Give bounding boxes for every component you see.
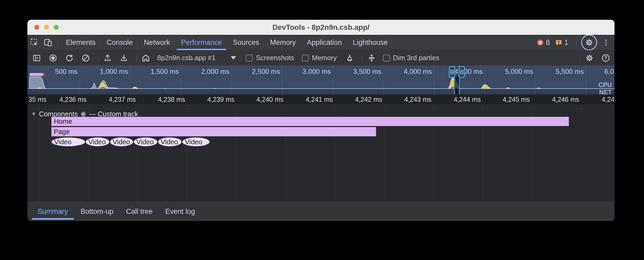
divider bbox=[576, 38, 576, 46]
memory-label: Memory bbox=[312, 54, 337, 62]
selection-handle-right[interactable] bbox=[459, 66, 465, 78]
flame-bar-video[interactable]: Video bbox=[86, 137, 109, 146]
device-toolbar-icon bbox=[44, 38, 52, 47]
clear-recording-button[interactable] bbox=[79, 51, 92, 65]
download-icon bbox=[120, 54, 128, 62]
overview-time-label: 6,0 bbox=[553, 68, 614, 76]
details-tab-bar: SummaryBottom-upCall treeEvent log bbox=[27, 202, 614, 221]
handle-grip bbox=[462, 70, 462, 74]
collapse-icon bbox=[367, 54, 376, 62]
dim-3rd-parties-checkbox[interactable] bbox=[383, 55, 390, 61]
issues-badge[interactable]: 1 bbox=[555, 38, 568, 47]
timeline-overview[interactable]: CPU NET 500 ms1,000 ms1,500 ms2,000 ms2,… bbox=[27, 65, 614, 94]
divider bbox=[136, 54, 137, 62]
timeline-ruler: 35 ms4,236 ms4,237 ms4,238 ms4,239 ms4,2… bbox=[27, 94, 614, 104]
download-profile-button[interactable] bbox=[117, 51, 131, 65]
devtools-tab-bar: ElementsConsoleNetworkPerformanceSources… bbox=[27, 35, 614, 50]
ruler-time-label: 4,24 bbox=[554, 96, 614, 103]
screenshots-label: Screenshots bbox=[256, 54, 294, 62]
shortcuts-dialog-button[interactable] bbox=[365, 51, 378, 65]
react-atom-icon bbox=[80, 111, 86, 117]
divider bbox=[580, 54, 580, 62]
three-dot-menu-icon bbox=[602, 39, 610, 46]
help-button[interactable]: ? bbox=[599, 51, 612, 65]
tab-call-tree[interactable]: Call tree bbox=[120, 202, 159, 221]
chevron-down-icon bbox=[231, 56, 236, 60]
track-gridline bbox=[581, 104, 582, 202]
issue-count: 1 bbox=[564, 38, 568, 47]
panel-tabs: ElementsConsoleNetworkPerformanceSources… bbox=[60, 35, 393, 50]
divider bbox=[27, 108, 614, 109]
flame-bar-home[interactable]: Home bbox=[51, 117, 569, 126]
panel-left-icon bbox=[32, 54, 41, 62]
tab-elements[interactable]: Elements bbox=[60, 35, 101, 50]
flame-chart-area[interactable]: ▼ Components — Custom track HomePageVide… bbox=[27, 104, 614, 202]
flame-bar-video[interactable]: Video bbox=[110, 137, 133, 146]
upload-icon bbox=[103, 54, 112, 62]
home-icon bbox=[141, 54, 150, 62]
dim-3rd-parties-label: Dim 3rd parties bbox=[393, 54, 439, 62]
error-icon bbox=[537, 39, 544, 46]
tab-network[interactable]: Network bbox=[138, 35, 176, 50]
active-tab-indicator bbox=[177, 49, 227, 50]
devtools-window: DevTools - 8p2n9n.csb.app/ ElementsConso… bbox=[27, 20, 614, 221]
tab-console[interactable]: Console bbox=[101, 35, 138, 50]
toggle-sidebar-button[interactable] bbox=[30, 51, 43, 65]
settings-button[interactable] bbox=[581, 35, 597, 50]
target-label: 8p2n9n.csb.app #1 bbox=[157, 54, 215, 62]
capture-settings-button[interactable] bbox=[583, 51, 596, 65]
upload-profile-button[interactable] bbox=[101, 51, 114, 65]
inspect-cursor-icon bbox=[30, 38, 39, 47]
handle-grip bbox=[460, 70, 461, 74]
block-icon bbox=[81, 54, 90, 62]
divider bbox=[57, 38, 58, 46]
device-toolbar-button[interactable] bbox=[41, 36, 55, 49]
tab-application[interactable]: Application bbox=[301, 35, 347, 50]
collect-garbage-button[interactable] bbox=[343, 51, 356, 65]
reload-and-record-button[interactable] bbox=[63, 51, 76, 65]
handle-grip bbox=[452, 70, 452, 74]
screenshots-checkbox[interactable] bbox=[246, 55, 253, 61]
console-errors-badge[interactable]: 8 bbox=[537, 38, 550, 47]
tab-sources[interactable]: Sources bbox=[227, 35, 265, 50]
handle-grip bbox=[453, 70, 454, 74]
title-bar: DevTools - 8p2n9n.csb.app/ bbox=[27, 20, 614, 35]
broom-icon bbox=[345, 54, 354, 62]
divider bbox=[241, 54, 242, 62]
flame-bar-video[interactable]: Video bbox=[134, 137, 157, 146]
record-icon bbox=[49, 54, 57, 62]
gear-icon bbox=[585, 38, 593, 47]
flame-bar-page[interactable]: Page bbox=[51, 127, 376, 136]
tab-performance[interactable]: Performance bbox=[176, 35, 228, 50]
tab-event-log[interactable]: Event log bbox=[159, 202, 201, 221]
collapse-triangle-icon[interactable]: ▼ bbox=[31, 111, 36, 117]
tab-memory[interactable]: Memory bbox=[265, 35, 301, 50]
svg-text:?: ? bbox=[604, 55, 607, 61]
gear-icon bbox=[585, 54, 594, 62]
reload-icon bbox=[65, 54, 74, 62]
home-button[interactable] bbox=[139, 51, 152, 65]
record-button[interactable] bbox=[46, 51, 60, 65]
flame-bar-video[interactable]: Video bbox=[51, 137, 85, 146]
issue-icon bbox=[555, 39, 562, 46]
tab-lighthouse[interactable]: Lighthouse bbox=[347, 35, 393, 50]
flame-bar-video[interactable]: Video bbox=[182, 137, 210, 146]
tab-bottom-up[interactable]: Bottom-up bbox=[74, 202, 120, 221]
handle-grip bbox=[450, 70, 451, 74]
active-tab-indicator bbox=[32, 218, 74, 220]
tab-summary[interactable]: Summary bbox=[31, 202, 74, 221]
selection-handle-left[interactable] bbox=[449, 66, 455, 78]
track-gridline bbox=[39, 104, 39, 202]
target-selector[interactable]: 8p2n9n.csb.app #1 bbox=[157, 54, 236, 62]
inspect-element-button[interactable] bbox=[27, 36, 41, 49]
divider bbox=[362, 54, 362, 62]
memory-checkbox[interactable] bbox=[302, 55, 309, 61]
more-options-button[interactable] bbox=[599, 36, 613, 49]
error-count: 8 bbox=[546, 38, 550, 47]
performance-toolbar: 8p2n9n.csb.app #1 Screenshots Memory bbox=[27, 50, 614, 65]
window-title: DevTools - 8p2n9n.csb.app/ bbox=[27, 23, 614, 32]
flame-bar-video[interactable]: Video bbox=[158, 137, 182, 146]
divider bbox=[98, 54, 98, 62]
help-icon: ? bbox=[601, 54, 610, 62]
handle-grip bbox=[463, 70, 463, 74]
